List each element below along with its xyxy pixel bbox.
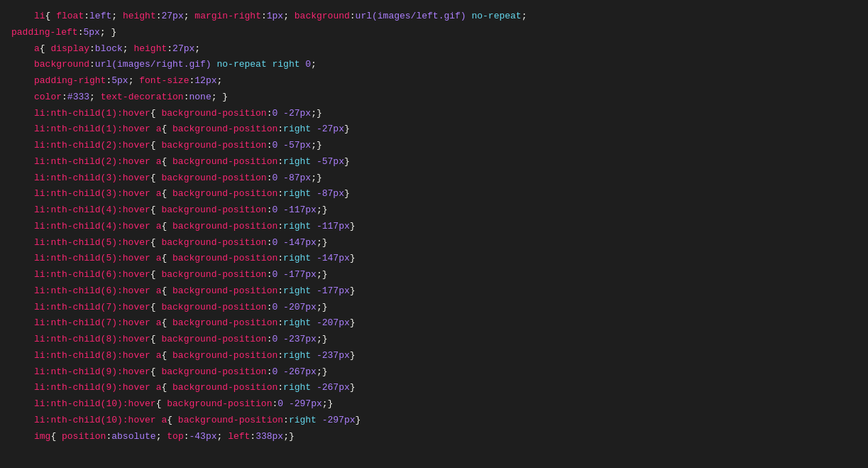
code-token: { xyxy=(40,43,51,54)
code-token: ; xyxy=(184,11,195,21)
code-line: li:nth-child(2):hover a{ background-posi… xyxy=(11,154,857,170)
code-token: { xyxy=(50,431,62,442)
code-token: url xyxy=(95,59,111,70)
code-token: li:nth-child(4):hover a xyxy=(34,221,161,232)
code-token: : xyxy=(278,156,283,167)
code-token: li xyxy=(34,11,45,21)
code-token: background-position xyxy=(161,366,266,377)
code-token: a xyxy=(34,43,40,54)
code-token: } xyxy=(350,253,356,263)
code-token: : xyxy=(167,43,172,54)
code-token xyxy=(278,173,283,183)
code-token: li:nth-child(9):hover a xyxy=(34,382,161,393)
code-token: : xyxy=(278,285,283,296)
code-token: 0 xyxy=(300,59,312,70)
code-line: padding-right:5px; font-size:12px; xyxy=(11,73,857,89)
code-token: margin-right xyxy=(194,11,261,21)
code-token: ;} xyxy=(311,173,322,183)
code-token: } xyxy=(350,285,356,296)
code-token: { xyxy=(150,173,162,183)
code-token: float xyxy=(56,11,84,21)
code-line: li:nth-child(7):hover a{ background-posi… xyxy=(11,315,857,332)
code-token: } xyxy=(350,382,356,393)
code-token: -27px xyxy=(283,108,311,119)
code-token: : xyxy=(89,43,95,54)
code-token: img xyxy=(34,431,50,442)
code-token: li:nth-child(1):hover a xyxy=(34,124,161,134)
code-token: } xyxy=(350,350,356,361)
code-token xyxy=(278,205,283,215)
code-token xyxy=(311,317,317,328)
code-token: no-repeat xyxy=(211,59,267,70)
code-token: url xyxy=(356,11,372,21)
code-token: { xyxy=(161,188,172,199)
code-token: -57px xyxy=(283,140,311,151)
code-line: li:nth-child(6):hover a{ background-posi… xyxy=(11,283,857,300)
code-token: -117px xyxy=(317,221,350,232)
code-token: { xyxy=(150,302,162,312)
code-token: ; xyxy=(283,11,295,21)
code-token: li:nth-child(7):hover a xyxy=(34,317,161,328)
code-token: { xyxy=(150,334,162,344)
code-token: -207px xyxy=(283,302,317,312)
code-token xyxy=(311,350,317,361)
code-token: display xyxy=(50,43,89,54)
code-token: ; xyxy=(217,75,223,86)
code-token: li:nth-child(3):hover xyxy=(34,173,150,183)
code-token: left xyxy=(89,11,111,21)
code-token xyxy=(311,221,317,232)
code-token: font-size xyxy=(139,75,189,86)
code-token: background-position xyxy=(161,173,266,183)
code-token: { xyxy=(161,382,172,393)
code-token xyxy=(311,188,317,199)
code-token: background-position xyxy=(172,188,278,199)
code-token: -297px xyxy=(289,398,322,409)
code-token: { xyxy=(150,140,162,151)
code-token: -57px xyxy=(317,156,344,167)
code-token: : xyxy=(278,221,283,232)
code-token: li:nth-child(6):hover xyxy=(34,269,150,280)
code-token xyxy=(283,398,289,409)
code-token: left xyxy=(228,431,250,442)
code-token: } xyxy=(356,415,361,425)
code-token: background-position xyxy=(178,415,283,425)
code-token: } xyxy=(350,221,356,232)
code-token: right xyxy=(283,188,311,199)
code-token: ;} xyxy=(311,140,322,151)
code-line: li:nth-child(9):hover a{ background-posi… xyxy=(11,380,857,396)
code-token: background xyxy=(295,11,350,21)
code-line: li{ float:left; height:27px; margin-righ… xyxy=(11,9,857,25)
code-token: ;} xyxy=(317,269,328,280)
code-token xyxy=(311,156,317,167)
code-token: none xyxy=(189,92,211,102)
code-token: background-position xyxy=(161,108,266,119)
code-token xyxy=(278,334,283,344)
code-token: { xyxy=(150,205,162,215)
code-token xyxy=(311,124,317,134)
code-line: li:nth-child(1):hover{ background-positi… xyxy=(11,106,857,122)
code-token: 27px xyxy=(172,43,194,54)
code-token: background-position xyxy=(161,269,266,280)
code-line: background:url(images/right.gif) no-repe… xyxy=(11,57,857,73)
code-token: 27px xyxy=(162,11,184,21)
code-token: ;} xyxy=(317,205,328,215)
code-token: -297px xyxy=(322,415,356,425)
code-content: li{ float:left; height:27px; margin-righ… xyxy=(11,9,857,445)
code-token: background-position xyxy=(172,156,278,167)
code-token: } xyxy=(344,156,350,167)
code-line: li:nth-child(7):hover{ background-positi… xyxy=(11,300,857,316)
code-token: background-position xyxy=(161,140,266,151)
code-token: -237px xyxy=(283,334,317,344)
code-token: ; } xyxy=(211,92,228,102)
code-token: : xyxy=(156,11,162,21)
code-token: 5px xyxy=(111,75,128,86)
code-token: height xyxy=(133,43,167,54)
code-token: absolute xyxy=(111,431,155,442)
code-token: 338px xyxy=(256,431,283,442)
code-token xyxy=(278,140,283,151)
code-token: : xyxy=(278,188,283,199)
code-token: -147px xyxy=(317,253,350,263)
code-token: { xyxy=(45,11,57,21)
code-token: right xyxy=(283,317,311,328)
code-token: { xyxy=(150,269,162,280)
